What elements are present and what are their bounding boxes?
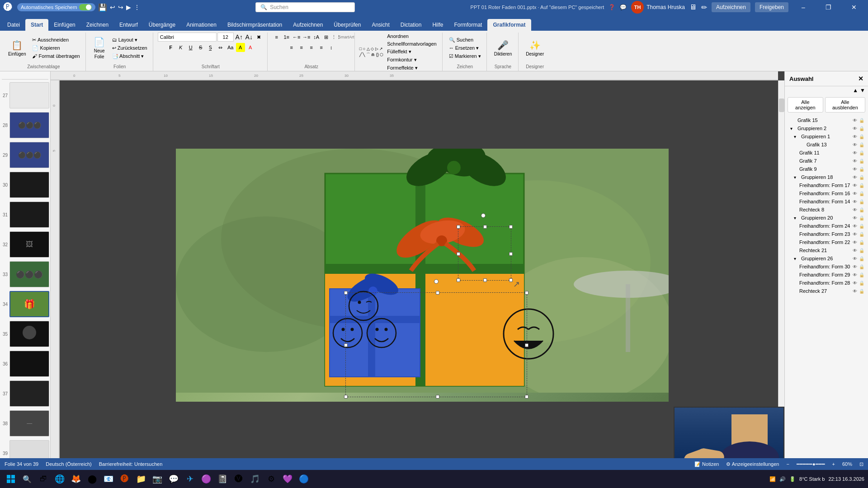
diktieren-btn[interactable]: 🎤 Diktieren bbox=[491, 38, 514, 58]
italic-btn[interactable]: K bbox=[176, 43, 185, 52]
clear-format-btn[interactable]: ✖ bbox=[255, 33, 264, 42]
slide-thumb-38[interactable]: 38 — bbox=[2, 409, 48, 437]
eye-recht21[interactable]: 👁 bbox=[853, 248, 857, 253]
zoom-slider[interactable]: ━━━━━●━━━ bbox=[797, 461, 825, 467]
font-increase-btn[interactable]: A↑ bbox=[235, 33, 244, 42]
panel-up-arrow[interactable]: ▲ bbox=[853, 87, 858, 94]
lock-form30[interactable]: 🔒 bbox=[859, 264, 864, 269]
zoom-out-btn[interactable]: − bbox=[786, 461, 789, 467]
layer-form28[interactable]: Freihandform: Form 28 👁 🔒 bbox=[785, 279, 868, 287]
freigeben-btn[interactable]: Freigeben bbox=[755, 2, 788, 12]
start-menu-btn[interactable] bbox=[4, 472, 18, 486]
handle-tr[interactable] bbox=[509, 225, 513, 229]
pen-icon[interactable]: ✏ bbox=[701, 3, 707, 12]
list-number-btn[interactable]: 1≡ bbox=[282, 33, 291, 42]
lock-form23[interactable]: 🔒 bbox=[859, 232, 864, 237]
layer-grafik13[interactable]: Grafik 13 👁 🔒 bbox=[785, 141, 868, 149]
layer-recht8[interactable]: Rechteck 8 👁 🔒 bbox=[785, 206, 868, 214]
lock-gruppe2[interactable]: 🔒 bbox=[859, 126, 864, 131]
slide-thumb-28[interactable]: 28 ⚫⚫⚫ bbox=[2, 111, 48, 139]
layer-gruppe18[interactable]: ▾ Gruppieren 18 👁 🔒 bbox=[785, 173, 868, 181]
handle2-tr[interactable] bbox=[525, 291, 528, 295]
lock-gruppe18[interactable]: 🔒 bbox=[859, 175, 864, 180]
tab-animationen[interactable]: Animationen bbox=[181, 19, 222, 31]
view-settings-btn[interactable]: ⚙ Anzeigeeinstellungen bbox=[726, 461, 779, 467]
taskview-btn[interactable]: 🗗 bbox=[36, 472, 51, 486]
eye-recht8[interactable]: 👁 bbox=[853, 207, 857, 212]
lock-form28[interactable]: 🔒 bbox=[859, 281, 864, 286]
fuelleffekt-btn[interactable]: Fülleffekt ▾ bbox=[385, 48, 438, 56]
panel-down-arrow[interactable]: ▼ bbox=[860, 87, 865, 94]
lock-grafik7[interactable]: 🔒 bbox=[859, 159, 864, 164]
eye-form28[interactable]: 👁 bbox=[853, 281, 857, 286]
spacing-btn[interactable]: ⇔ bbox=[216, 43, 225, 52]
align-left-btn[interactable]: ≡ bbox=[287, 43, 296, 52]
eye-form22[interactable]: 👁 bbox=[853, 240, 857, 245]
eye-form24[interactable]: 👁 bbox=[853, 224, 857, 229]
accessibility-status[interactable]: Barrierefreiheit: Untersuchen bbox=[99, 461, 163, 467]
powerpoint-btn[interactable]: 🅟 bbox=[118, 472, 132, 486]
eye-form14[interactable]: 👁 bbox=[853, 199, 857, 204]
lock-grafik13[interactable]: 🔒 bbox=[859, 142, 864, 147]
layer-form29[interactable]: Freihandform: Form 29 👁 🔒 bbox=[785, 271, 868, 279]
lock-recht21[interactable]: 🔒 bbox=[859, 248, 864, 253]
firefox-btn[interactable]: 🦊 bbox=[69, 472, 83, 486]
align-center-btn[interactable]: ≡ bbox=[297, 43, 306, 52]
font-decrease-btn[interactable]: A↓ bbox=[245, 33, 254, 42]
teams-btn[interactable]: 💬 bbox=[166, 472, 181, 486]
designer-btn[interactable]: ✨ Designer bbox=[523, 38, 547, 58]
tab-ueberprufen[interactable]: Überprüfen bbox=[328, 19, 366, 31]
layer-form30[interactable]: Freihandform: Form 30 👁 🔒 bbox=[785, 263, 868, 271]
tab-zeichnen[interactable]: Zeichnen bbox=[81, 19, 114, 31]
eye-gruppe2[interactable]: 👁 bbox=[853, 126, 857, 131]
telegram-btn[interactable]: ✈ bbox=[183, 472, 197, 486]
more-icon[interactable]: ⋮ bbox=[134, 4, 140, 11]
layer-form14[interactable]: Freihandform: Form 14 👁 🔒 bbox=[785, 197, 868, 206]
chrome-btn[interactable]: ⬤ bbox=[85, 472, 99, 486]
lock-grafik11[interactable]: 🔒 bbox=[859, 150, 864, 155]
handle2-ml[interactable] bbox=[344, 343, 348, 347]
edge-btn[interactable]: 🌐 bbox=[52, 472, 67, 486]
layer-gruppe20[interactable]: ▾ Gruppieren 20 👁 🔒 bbox=[785, 214, 868, 222]
color-btn[interactable]: A bbox=[246, 43, 255, 52]
tab-aufzeichnen[interactable]: Aufzeichnen bbox=[288, 19, 328, 31]
zoom-in-btn[interactable]: + bbox=[832, 461, 835, 467]
eye-form29[interactable]: 👁 bbox=[853, 272, 857, 277]
lock-gruppe1[interactable]: 🔒 bbox=[859, 134, 864, 139]
search-taskbar-btn[interactable]: 🔍 bbox=[20, 472, 34, 486]
slide-thumb-32[interactable]: 32 🖼 bbox=[2, 230, 48, 258]
strikethrough-btn[interactable]: S bbox=[196, 43, 205, 52]
layer-form17[interactable]: Freihandform: Form 17 👁 🔒 bbox=[785, 181, 868, 189]
eye-gruppe18[interactable]: 👁 bbox=[853, 175, 857, 180]
handle2-bl[interactable] bbox=[344, 395, 348, 399]
slide-thumb-33[interactable]: 33 ⚫⚫⚫ bbox=[2, 260, 48, 288]
einfuegen-btn[interactable]: 📋 Einfügen bbox=[5, 38, 28, 58]
align-justify-btn[interactable]: ≡ bbox=[317, 43, 326, 52]
present-icon[interactable]: ▶ bbox=[126, 4, 131, 11]
lock-form24[interactable]: 🔒 bbox=[859, 224, 864, 229]
slide-thumb-35[interactable]: 35 bbox=[2, 320, 48, 348]
layer-form24[interactable]: Freihandform: Form 24 👁 🔒 bbox=[785, 222, 868, 230]
slide-thumb-36[interactable]: 36 bbox=[2, 350, 48, 378]
rotate-handle-2[interactable] bbox=[434, 279, 439, 284]
indent-less-btn[interactable]: ←≡ bbox=[292, 33, 301, 42]
line-spacing-btn[interactable]: ↕ bbox=[327, 43, 336, 52]
align-right-btn[interactable]: ≡ bbox=[307, 43, 316, 52]
eye-grafik11[interactable]: 👁 bbox=[853, 150, 857, 155]
tab-formformat[interactable]: Formformat bbox=[448, 19, 487, 31]
search-bar[interactable]: 🔍 Suchen bbox=[255, 2, 355, 12]
kopieren-btn[interactable]: 📄 Kopieren bbox=[30, 44, 81, 52]
tab-uebergaenge[interactable]: Übergänge bbox=[143, 19, 181, 31]
battery-icon[interactable]: 🔋 bbox=[789, 476, 796, 482]
lock-recht27[interactable]: 🔒 bbox=[859, 289, 864, 294]
lock-form14[interactable]: 🔒 bbox=[859, 199, 864, 204]
tab-dictation[interactable]: Dictation bbox=[395, 19, 427, 31]
handle2-bm[interactable] bbox=[436, 395, 439, 399]
slack-btn[interactable]: 🟣 bbox=[199, 472, 213, 486]
handle2-tl[interactable] bbox=[344, 291, 348, 295]
app15-btn[interactable]: 🎵 bbox=[248, 472, 262, 486]
eye-grafik7[interactable]: 👁 bbox=[853, 159, 857, 164]
layer-grafik9[interactable]: Grafik 9 👁 🔒 bbox=[785, 165, 868, 173]
restore-btn[interactable]: ❐ bbox=[818, 0, 839, 14]
tab-ansicht[interactable]: Ansicht bbox=[366, 19, 395, 31]
